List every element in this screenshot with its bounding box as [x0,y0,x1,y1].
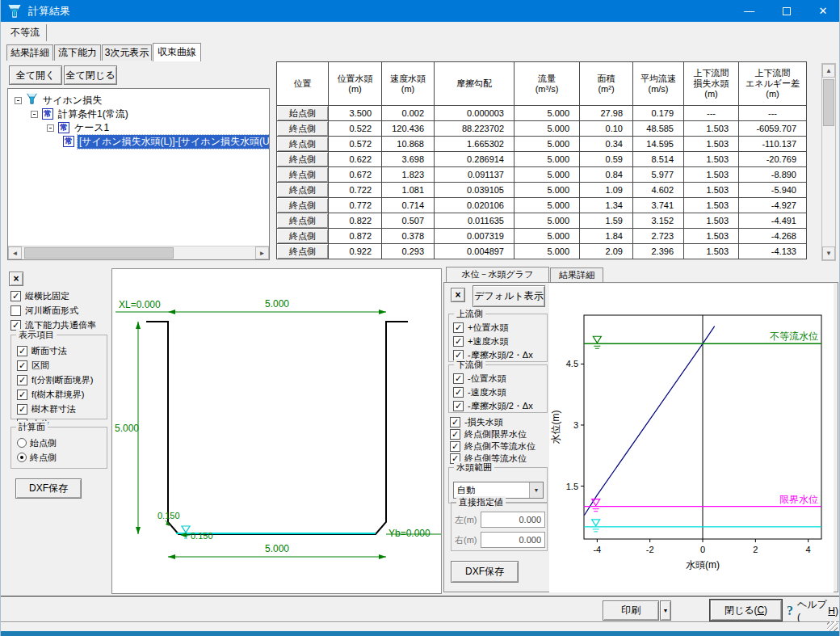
checkbox-label: 断面寸法 [32,345,67,357]
row-position-cell[interactable]: 始点側 [277,106,329,121]
maximize-icon [783,7,791,15]
value-cell: -6059.707 [739,121,807,137]
table-vertical-scrollbar[interactable]: ▲ ▼ [821,63,836,261]
row-position-cell[interactable]: 終点側 [277,152,329,167]
checkbox[interactable]: ✓ [17,375,27,385]
checkbox[interactable]: ✓ [17,390,27,400]
checkbox[interactable]: ✓ [10,291,21,301]
checkbox-item: ✓-損失水頭 [450,416,549,428]
maximize-button[interactable] [768,0,804,22]
print-button[interactable]: 印刷 [603,600,659,621]
collapse-all-button[interactable]: 全て閉じる [64,65,117,85]
x-tick-label: 4 [806,545,811,554]
column-header: 位置 [277,62,329,106]
chevron-down-icon[interactable]: ▼ [529,482,543,498]
value-cell: 0.039105 [435,183,514,198]
radio-option[interactable]: 始点側 [17,436,107,450]
scroll-up-icon[interactable]: ▲ [822,64,835,78]
column-header: 平均流速 (m/s) [633,62,684,106]
tree-node[interactable]: 常[サイホン損失水頭(L)]-[サイホン損失水頭(U [63,135,270,148]
diagram-chamfer-dim-2: 0.150 [191,531,213,541]
row-position-cell[interactable]: 終点側 [277,244,329,259]
diagram-left-dim: 5.000 [115,423,139,434]
checkbox[interactable]: ✓ [17,346,27,356]
row-position-cell[interactable]: 終点側 [277,183,329,198]
tree-horizontal-scrollbar[interactable]: ◄ ► [8,246,269,259]
row-position-cell[interactable]: 終点側 [277,167,329,183]
tab-suii-suito-graph[interactable]: 水位－水頭グラフ [446,267,549,282]
row-position-cell[interactable]: 終点側 [277,198,329,213]
collapse-expander-icon[interactable] [47,124,54,132]
tab-kekka-shosai[interactable]: 結果詳細 [6,44,53,61]
tree-node[interactable]: サイホン損失 [15,94,103,107]
value-cell: 1.84 [580,229,633,244]
value-cell: 27.98 [580,106,633,121]
checkbox[interactable]: ✓ [453,373,464,384]
dxf-save-button[interactable]: DXF保存 [15,478,82,499]
row-position-cell[interactable]: 終点側 [277,213,329,229]
scrollbar-thumb[interactable] [24,247,174,259]
print-options-dropdown[interactable]: ▼ [660,600,671,621]
sub-tab-row: 結果詳細 流下能力 3次元表示 収束曲線 水位の結果表示 水位で表示 水深で表示 [1,42,839,61]
scrollbar-thumb[interactable] [823,79,834,126]
checkbox[interactable]: ✓ [17,360,27,371]
checkbox[interactable]: ✓ [450,429,460,440]
checkbox-label: +速度水頭 [468,335,508,347]
left-value-input[interactable]: 0.000 [481,512,545,528]
collapse-expander-icon[interactable] [31,111,38,118]
help-button[interactable]: ? ヘルプ(H) [787,600,838,621]
tab-3d-hyoji[interactable]: 3次元表示 [102,44,152,61]
tab-kekka-shosai-2[interactable]: 結果詳細 [550,267,603,282]
cross-section-svg: XL=0.000 5.000 5.000 Yb=0.000 0.150 0.15… [112,269,441,593]
checkbox-item: ✓-速度水頭 [453,385,547,399]
tab-ryuka-noryoku[interactable]: 流下能力 [54,44,101,61]
checkbox[interactable]: ✓ [453,401,464,411]
checkbox[interactable]: ✓ [453,322,464,333]
diagram-xl-label: XL=0.000 [119,299,161,310]
value-cell: 0.002 [382,106,435,121]
minimize-button[interactable]: — [731,0,767,22]
checkbox[interactable]: ✓ [453,387,464,398]
tree-node[interactable]: 常ケース1 [47,121,111,134]
checkbox[interactable]: ✓ [450,441,460,452]
value-cell: 0.007319 [435,229,514,244]
dropdown-value: 自動 [457,485,475,495]
value-cell: 1.665302 [435,137,514,152]
checkbox-item: ✓+速度水頭 [453,335,547,348]
checkbox-label: 樹木群寸法 [32,403,76,415]
value-cell: -8.890 [739,167,807,183]
value-cell: 1.09 [580,183,633,198]
value-cell: 2.396 [633,244,684,259]
scroll-left-icon[interactable]: ◄ [8,246,22,259]
table-row: 終点側0.8720.3780.0073195.0001.842.7231.503… [277,229,807,244]
jou-flow-icon: 常 [63,136,74,147]
checkbox[interactable]: ✓ [453,336,464,347]
close-panel-button[interactable]: × [451,288,465,302]
tab-futoryu[interactable]: 不等流 [4,24,47,41]
row-position-cell[interactable]: 終点側 [277,121,329,137]
checkbox[interactable]: ✓ [450,417,460,428]
default-display-button[interactable]: デフォルト表示 [472,285,545,307]
checkbox[interactable] [10,305,21,316]
scroll-down-icon[interactable]: ▼ [822,246,835,260]
close-panel-button[interactable]: × [9,272,23,286]
expand-all-button[interactable]: 全て開く [9,65,62,85]
scroll-right-icon[interactable]: ► [255,246,269,259]
tab-shusoku-kyokusen[interactable]: 収束曲線 [153,43,201,61]
collapse-expander-icon[interactable] [15,97,22,104]
column-header: 上下流間 損失水頭 (m) [684,62,739,106]
group-title: 上流側 [454,308,485,320]
row-position-cell[interactable]: 終点側 [277,137,329,152]
tree-node[interactable]: 常計算条件1(常流) [31,107,130,120]
value-cell: 5.977 [633,167,684,183]
row-position-cell[interactable]: 終点側 [277,229,329,244]
dxf-save-button[interactable]: DXF保存 [451,561,519,583]
checkbox-item: ✓終点側不等流水位 [450,440,549,453]
close-button[interactable]: 閉じる(C) [710,600,782,621]
value-cell: 0.091137 [435,167,514,183]
checkbox[interactable]: ✓ [17,404,27,415]
right-value-input[interactable]: 0.000 [481,532,545,548]
close-window-button[interactable]: ✕ [805,0,840,22]
resize-grip[interactable] [827,621,838,631]
radio-option[interactable]: 終点側 [17,450,107,465]
